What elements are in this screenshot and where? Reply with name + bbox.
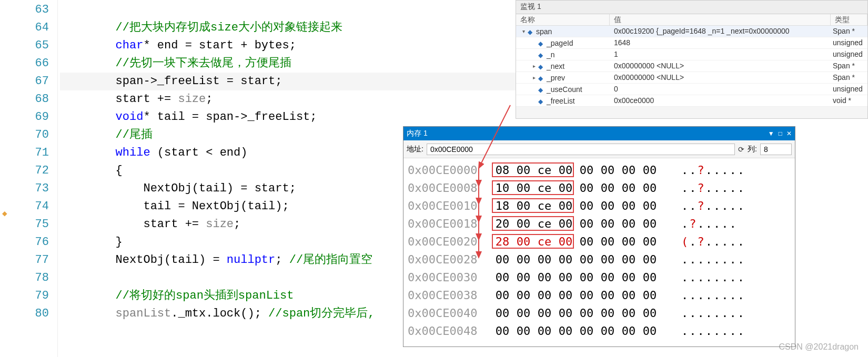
watch-var-name: _pageId <box>547 39 573 47</box>
line-number: 72 <box>0 162 49 180</box>
watch-var-name: _n <box>547 50 555 59</box>
memory-ascii: ..?..... <box>681 197 745 215</box>
memory-row: 0x00CE00182000ce0000000000 .?..... <box>408 215 791 233</box>
memory-address: 0x00CE0008 <box>408 179 492 197</box>
watch-var-type: Span * <box>831 72 867 83</box>
line-number: 80 <box>0 305 49 323</box>
line-number: 76 <box>0 233 49 251</box>
memory-titlebar[interactable]: 内存 1 ▼ □ ✕ <box>403 127 795 140</box>
memory-row: 0x00CE00280000000000000000........ <box>408 251 791 269</box>
watch-row[interactable]: ▾◆span0x00c19200 {_pageId=1648 _n=1 _nex… <box>516 26 867 37</box>
watch-panel: 监视 1 名称 值 类型 ▾◆span0x00c19200 {_pageId=1… <box>516 0 868 119</box>
memory-address: 0x00CE0018 <box>408 215 492 233</box>
watch-var-type: unsigned <box>831 49 867 60</box>
watch-var-type: void * <box>831 95 867 106</box>
memory-hex: 0000000000000000 <box>492 287 660 304</box>
code-line[interactable]: start += size; <box>60 90 516 108</box>
memory-row: 0x00CE00380000000000000000........ <box>408 287 791 304</box>
code-line[interactable]: void* tail = span->_freeList; <box>60 108 516 126</box>
code-line[interactable]: char* end = start + bytes; <box>60 37 516 55</box>
variable-icon: ◆ <box>538 98 546 104</box>
expand-icon[interactable]: ▾ <box>520 28 527 34</box>
memory-title: 内存 1 <box>407 129 428 138</box>
memory-toolbar: 地址: ⟳ 列: <box>403 140 795 158</box>
watch-row[interactable]: ▸◆_prev0x00000000 <NULL>Span * <box>516 72 867 84</box>
maximize-icon[interactable]: □ <box>779 130 782 137</box>
memory-panel: 内存 1 ▼ □ ✕ 地址: ⟳ 列: 0x00CE00000800ce0000… <box>403 126 795 347</box>
line-number: 73 <box>0 180 49 198</box>
memory-hex: 2000ce0000000000 <box>492 215 660 233</box>
memory-ascii: ..?..... <box>681 161 745 179</box>
memory-address: 0x00CE0000 <box>408 161 492 179</box>
memory-ascii: ........ <box>681 269 745 287</box>
memory-row: 0x00CE00202800ce0000000000(.?..... <box>408 233 791 251</box>
watch-var-type: Span * <box>831 60 867 72</box>
line-number: 70 <box>0 126 49 144</box>
memory-address: 0x00CE0040 <box>408 304 492 322</box>
memory-row: 0x00CE00101800ce0000000000..?..... <box>408 197 791 215</box>
memory-row: 0x00CE00000800ce0000000000..?..... <box>408 161 791 179</box>
line-gutter: 636465666768697071727374757677787980 <box>0 0 58 357</box>
variable-icon: ◆ <box>538 86 546 93</box>
code-line[interactable] <box>60 1 516 19</box>
watch-var-name: _useCount <box>547 85 582 94</box>
line-number: 71 <box>0 144 49 162</box>
expand-icon[interactable]: ▸ <box>531 63 537 69</box>
expand-icon[interactable]: ▸ <box>531 75 537 80</box>
memory-address: 0x00CE0028 <box>408 251 492 269</box>
line-number: 69 <box>0 108 49 126</box>
line-number: 66 <box>0 55 49 73</box>
variable-icon: ◆ <box>538 75 546 81</box>
watch-var-value: 1 <box>610 49 831 60</box>
watch-var-value: 0x00000000 <NULL> <box>610 60 831 72</box>
refresh-icon[interactable]: ⟳ <box>738 145 744 154</box>
watch-var-value: 1648 <box>610 37 831 48</box>
watch-var-name: _next <box>547 62 564 70</box>
memory-hex: 1000ce0000000000 <box>492 179 660 197</box>
memory-hex: 0000000000000000 <box>492 269 660 287</box>
watch-row[interactable]: ▸◆_next0x00000000 <NULL>Span * <box>516 60 867 72</box>
line-number: 78 <box>0 269 49 287</box>
memory-address-input[interactable] <box>427 144 735 155</box>
watch-row[interactable]: ◆_n1unsigned <box>516 49 867 60</box>
memory-ascii: ..?..... <box>681 179 745 197</box>
watch-row[interactable]: ◆_useCount0unsigned <box>516 84 867 95</box>
watch-header-name[interactable]: 名称 <box>516 14 610 25</box>
memory-ascii: ........ <box>681 251 745 269</box>
line-number: 64 <box>0 19 49 37</box>
memory-ascii: ........ <box>681 322 745 340</box>
memory-row: 0x00CE00480000000000000000........ <box>408 322 791 340</box>
memory-hex: 0000000000000000 <box>492 322 660 340</box>
watch-header-value[interactable]: 值 <box>610 14 831 25</box>
watch-header-type[interactable]: 类型 <box>831 14 867 25</box>
memory-columns-input[interactable] <box>760 144 792 155</box>
breakpoint-arrow-icon: ◆ <box>2 208 11 217</box>
variable-icon: ◆ <box>538 52 546 58</box>
watch-var-name: _prev <box>547 74 565 82</box>
code-line[interactable]: span->_freeList = start; <box>60 73 516 90</box>
memory-address: 0x00CE0038 <box>408 287 492 304</box>
watch-var-type: unsigned <box>831 37 867 48</box>
watch-var-value: 0 <box>610 84 831 95</box>
memory-hex: 0000000000000000 <box>492 251 660 269</box>
line-number: 67 <box>0 73 49 90</box>
watch-row[interactable]: ◆_freeList0x00ce0000void * <box>516 95 867 107</box>
line-number: 68 <box>0 90 49 108</box>
watch-var-name: span <box>536 27 552 36</box>
code-line[interactable]: //把大块内存切成size大小的对象链接起来 <box>60 19 516 37</box>
variable-icon: ◆ <box>538 40 546 46</box>
memory-body: 0x00CE00000800ce0000000000..?.....0x00CE… <box>403 158 795 343</box>
variable-icon: ◆ <box>528 28 535 35</box>
line-number: 79 <box>0 287 49 305</box>
memory-ascii: ........ <box>681 287 745 304</box>
watch-panel-title: 监视 1 <box>516 1 867 14</box>
watch-row[interactable]: ◆_pageId1648unsigned <box>516 37 867 49</box>
watermark: CSDN @2021dragon <box>779 342 859 352</box>
dropdown-icon[interactable]: ▼ <box>768 130 774 137</box>
close-icon[interactable]: ✕ <box>786 130 792 137</box>
memory-hex: 2800ce0000000000 <box>492 233 660 251</box>
code-line[interactable]: //先切一块下来去做尾，方便尾插 <box>60 55 516 73</box>
watch-var-value: 0x00c19200 {_pageId=1648 _n=1 _next=0x00… <box>610 26 831 37</box>
memory-columns-label: 列: <box>748 145 757 154</box>
variable-icon: ◆ <box>538 63 546 69</box>
